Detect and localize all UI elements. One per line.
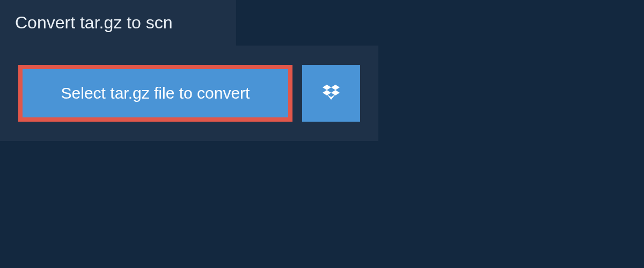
header-tab: Convert tar.gz to scn: [0, 0, 236, 46]
svg-marker-1: [331, 85, 340, 90]
dropbox-button[interactable]: [302, 65, 360, 122]
select-file-label: Select tar.gz file to convert: [61, 84, 250, 102]
select-file-button[interactable]: Select tar.gz file to convert: [18, 65, 292, 122]
upload-panel: Select tar.gz file to convert: [0, 46, 378, 141]
svg-marker-0: [323, 85, 331, 90]
svg-marker-3: [331, 90, 340, 95]
dropbox-icon: [320, 83, 342, 104]
svg-marker-2: [323, 90, 331, 95]
svg-marker-4: [327, 94, 335, 100]
page-title: Convert tar.gz to scn: [15, 13, 221, 33]
